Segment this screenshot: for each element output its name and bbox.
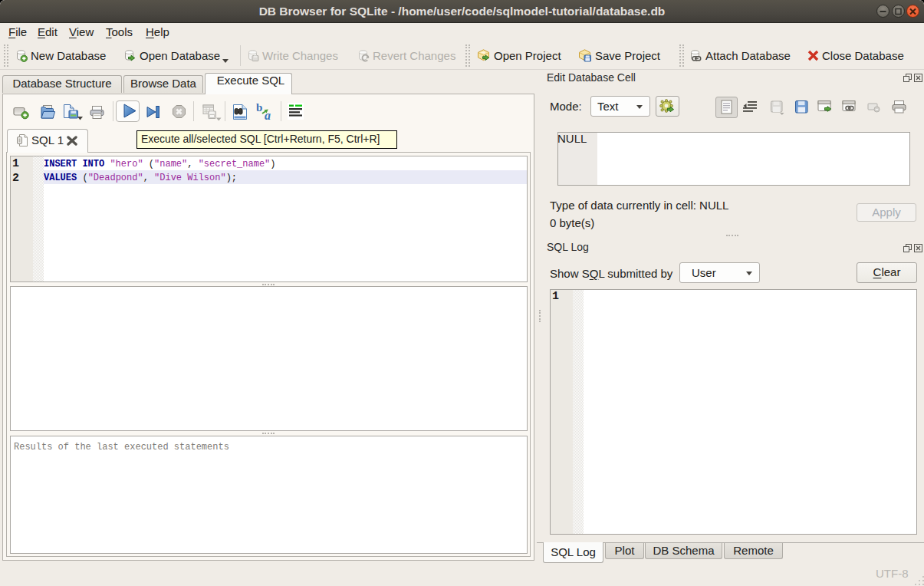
svg-text:b: b [256, 101, 262, 114]
